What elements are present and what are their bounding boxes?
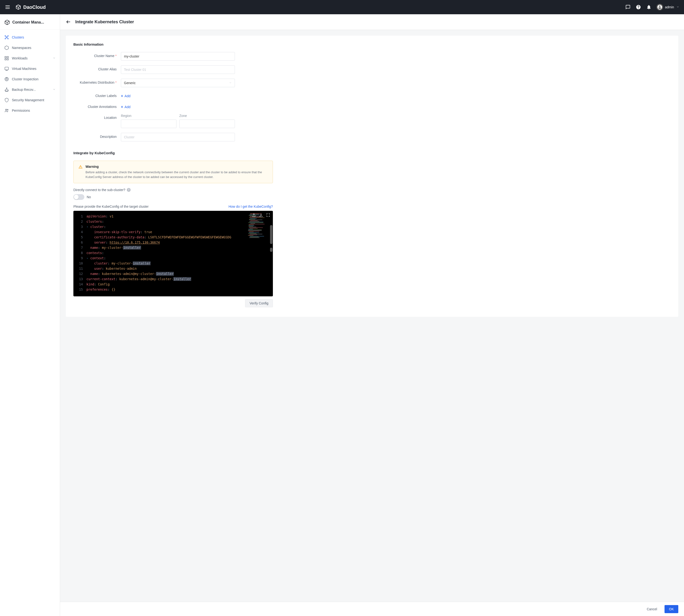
code-line: current-context: kubernetes-admin@my-clu… [87,277,249,282]
code-line: server: https://10.6.175.130:36674 [87,240,249,245]
verify-config-button[interactable]: Verify Config [245,299,273,307]
sidebar-item-backup-recov-[interactable]: Backup Recov... [0,84,60,95]
help-tooltip-icon[interactable]: ? [127,188,131,192]
nav-label: Virtual Machines [12,67,36,71]
svg-rect-13 [7,57,8,58]
chat-icon[interactable] [625,4,631,10]
user-menu[interactable]: admin [657,4,679,10]
description-label: Description [73,133,121,138]
distribution-label: Kubernetes Distribution* [73,79,121,84]
svg-line-10 [6,38,6,39]
section-title-kubeconfig: Integrate by KubeConfig [73,151,671,155]
username: admin [665,5,674,9]
svg-point-4 [5,36,6,36]
region-input[interactable] [121,119,177,128]
nav-icon [4,77,9,82]
svg-rect-15 [7,59,8,60]
svg-rect-12 [5,57,6,58]
svg-rect-16 [5,67,8,70]
plus-icon: + [121,94,123,98]
fullscreen-icon[interactable] [266,213,271,217]
svg-point-19 [6,79,7,80]
switch-state: No [87,195,91,199]
cluster-annotations-label: Cluster Annotations [73,103,121,109]
direct-connect-switch[interactable] [73,194,84,200]
content: Integrate Kubernetes Cluster Basic Infor… [60,14,684,616]
code-line: name: kubernetes-admin@my-cluster-instal… [87,271,249,277]
nav-icon [4,56,9,61]
zone-input[interactable] [179,119,235,128]
avatar-icon [657,4,663,10]
menu-toggle-icon[interactable] [5,4,10,10]
location-label: Location [73,114,121,119]
footer-bar: Cancel OK [60,602,684,616]
code-line: contexts: [87,250,249,256]
code-line: apiVersion: v1 [87,214,249,219]
svg-point-6 [5,38,6,39]
nav-label: Backup Recov... [12,88,36,91]
sidebar-item-permissions[interactable]: Permissions [0,105,60,116]
svg-line-8 [6,36,6,37]
cluster-name-input[interactable] [121,52,235,61]
warning-text: Before adding a cluster, check the netwo… [86,170,268,179]
svg-point-7 [7,38,8,39]
sidebar-item-virtual-machines[interactable]: Virtual Machines [0,63,60,74]
nav-icon [4,98,9,103]
warning-box: Warning Before adding a cluster, check t… [73,161,273,183]
code-line: - context: [87,256,249,261]
svg-point-22 [5,109,7,110]
nav-label: Namespaces [12,46,31,50]
help-icon[interactable] [636,4,641,10]
editor-scrollbar-thumb[interactable] [270,248,272,252]
cancel-button[interactable]: Cancel [642,605,662,613]
sidebar-item-cluster-inspection[interactable]: Cluster Inspection [0,74,60,84]
svg-rect-14 [5,59,6,60]
distribution-select[interactable]: Generic [121,79,235,87]
svg-line-9 [7,36,8,37]
svg-point-21 [5,89,8,91]
add-label-button[interactable]: + Add [121,92,130,98]
code-line: kind: Config [87,282,249,287]
sidebar-item-workloads[interactable]: Workloads [0,53,60,63]
description-input[interactable] [121,133,235,141]
code-line: user: kubernetes-admin [87,266,249,271]
code-line: certificate-authority-data: LS0TLSCFDFWE… [87,235,249,240]
code-line: preferences: {} [87,287,249,292]
direct-connect-label: Directly connect to the sub-cluster? [73,188,126,192]
sidebar-item-namespaces[interactable]: Namespaces [0,43,60,53]
code-editor[interactable]: 123456789101112131415 apiVersion: v1clus… [73,211,273,296]
distribution-value: Generic [124,81,136,85]
svg-line-11 [7,38,8,39]
cube-icon [4,20,10,25]
brand-logo[interactable]: DaoCloud [15,4,46,10]
chevron-down-icon [229,81,232,85]
sidebar-item-clusters[interactable]: Clusters [0,32,60,43]
svg-point-5 [7,36,8,36]
ok-button[interactable]: OK [664,605,678,613]
nav-icon [4,45,9,50]
page-header: Integrate Kubernetes Cluster [60,14,684,30]
back-arrow-icon[interactable] [66,19,71,25]
section-title-basic: Basic Information [73,42,671,46]
nav-label: Security Management [12,98,44,102]
kubeconfig-help-link[interactable]: How do I get the KubeConfig? [228,205,273,208]
scroll-area[interactable]: Basic Information Cluster Name* Cluster … [60,30,684,602]
add-annotation-button[interactable]: + Add [121,103,130,109]
download-icon[interactable] [259,213,264,217]
cluster-name-label: Cluster Name* [73,52,121,58]
chevron-down-icon [53,57,55,60]
sidebar-module-title: Container Mana... [13,20,44,24]
nav-icon [4,87,9,92]
warning-icon [78,165,83,169]
nav-label: Clusters [12,36,24,39]
bell-icon[interactable] [646,4,652,10]
editor-scrollbar-thumb[interactable] [270,225,272,244]
sidebar-item-security-management[interactable]: Security Management [0,95,60,105]
code-line: - cluster: [87,224,249,229]
code-line: cluster: my-cluster-installer [87,261,249,266]
cluster-alias-input[interactable] [121,65,235,74]
upload-icon[interactable] [252,213,256,217]
brand-name: DaoCloud [23,4,46,10]
plus-icon: + [121,105,123,109]
nav-label: Permissions [12,109,30,112]
